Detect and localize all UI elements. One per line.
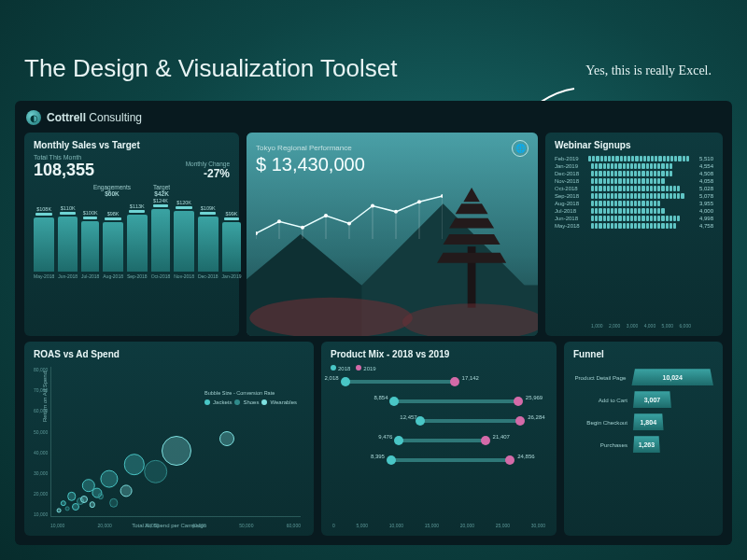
sales-title: Monthly Sales vs Target [34,140,230,150]
card-funnel[interactable]: Funnel Product Detail Page10,024Add to C… [564,342,723,536]
svg-marker-6 [449,218,494,229]
mix-x-axis: 05,00010,00015,00020,00025,00030,000 [331,523,547,528]
hero-sparkline [256,187,443,243]
card-product-mix[interactable]: Product Mix - 2018 vs 2019 20182019 2,01… [321,342,557,536]
roas-title: ROAS vs Ad Spend [34,349,304,359]
leg-eng-val: $60K [105,190,120,197]
hero-region-value: $ 13,430,000 [256,154,529,175]
signups-x-axis: 1,0002,0003,0004,0005,0006,000 [591,323,691,329]
brand-name-light: Consulting [86,111,142,124]
signups-isotype-chart: Feb-20195,510Jan-20194,554Dec-20184,508N… [555,156,713,321]
svg-point-16 [301,226,304,230]
sales-bar-chart: $108KMay-2018$110KJun-2018$100KJul-2018$… [34,204,230,279]
roas-scatter-chart: Return on Ad Spend 10,00020,00030,00040,… [50,367,301,526]
svg-point-26 [417,200,421,203]
sales-total-value: 108,355 [34,161,94,180]
svg-point-24 [394,210,398,214]
leg-tgt: Target [153,184,170,190]
svg-point-20 [347,221,351,225]
card-monthly-sales[interactable]: Monthly Sales vs Target Total This Month… [24,133,239,336]
page-title: The Design & Visualization Toolset [24,54,397,83]
leg-eng: Engagements [93,184,131,190]
mix-title: Product Mix - 2018 vs 2019 [331,349,547,359]
roas-bubble-note: Bubble Size - Conversion Rate [204,390,297,396]
sales-total-label: Total This Month [34,154,94,161]
signups-title: Webinar Signups [555,140,713,150]
svg-point-18 [324,214,328,217]
svg-marker-4 [437,253,506,263]
svg-marker-5 [444,234,500,245]
dashboard-frame: ◐ Cottrell Consulting Monthly Sales vs T… [15,101,732,545]
hero-region-label: Tokyo Regional Performance [256,144,529,152]
svg-point-14 [277,219,281,223]
card-webinar-signups[interactable]: Webinar Signups Feb-20195,510Jan-20194,5… [545,133,723,336]
roas-legend: Bubble Size - Conversion Rate JacketsSho… [204,389,297,407]
funnel-title: Funnel [573,349,713,359]
svg-point-28 [441,194,443,198]
brand-logo-icon: ◐ [26,110,41,125]
sales-change-label: Monthly Change [186,161,230,167]
mix-dumbbell-chart: 2,018 17,142 8,854 25,969 12,457 26,284 … [331,375,547,521]
mix-legend: 20182019 [331,365,547,371]
card-tokyo-hero[interactable]: 🌐 Tokyo Regional Performance $ 13,430,00… [247,133,538,336]
funnel-chart: Product Detail Page10,024Add to Cart3,00… [573,369,713,528]
sales-change-value: -27% [186,167,230,180]
brand-name-bold: Cottrell [47,111,86,124]
svg-point-22 [371,204,374,208]
brand-bar: ◐ Cottrell Consulting [24,108,723,127]
card-roas[interactable]: ROAS vs Ad Spend Return on Ad Spend 10,0… [24,342,314,536]
leg-tgt-val: $42K [154,190,169,197]
handwritten-annotation: Yes, this is really Excel. [585,63,712,78]
